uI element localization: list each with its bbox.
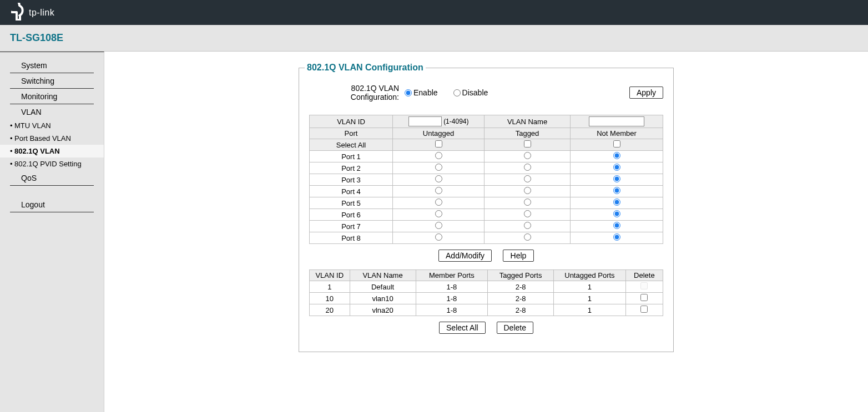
port-row: Port 1 bbox=[310, 151, 663, 162]
nav-monitoring[interactable]: Monitoring bbox=[10, 89, 94, 104]
tagged-cell bbox=[485, 162, 571, 174]
add-modify-button[interactable]: Add/Modify bbox=[438, 250, 492, 262]
nav-8021q-pvid[interactable]: 802.1Q PVID Setting bbox=[0, 157, 104, 170]
nav-vlan[interactable]: VLAN bbox=[10, 104, 94, 119]
nav-logout[interactable]: Logout bbox=[10, 197, 94, 212]
untagged-cell bbox=[393, 174, 485, 186]
enable-option[interactable]: Enable bbox=[405, 88, 438, 97]
port-untagged-radio[interactable] bbox=[435, 175, 442, 182]
add-help-row: Add/Modify Help bbox=[309, 250, 663, 262]
vlan-tagged-cell: 2-8 bbox=[488, 293, 554, 304]
port-untagged-radio[interactable] bbox=[435, 164, 442, 171]
vlan-delete-checkbox[interactable] bbox=[640, 294, 648, 301]
notmember-cell bbox=[571, 151, 663, 162]
port-notmember-radio[interactable] bbox=[613, 199, 620, 206]
tagged-cell bbox=[485, 151, 571, 162]
notmember-cell bbox=[571, 232, 663, 244]
th-vlan-id-input-cell: (1-4094) bbox=[393, 115, 485, 128]
select-all-notmember[interactable] bbox=[613, 140, 620, 147]
vlan-tagged-cell: 2-8 bbox=[488, 304, 554, 316]
notmember-cell bbox=[571, 162, 663, 174]
vlan-name-input[interactable] bbox=[589, 116, 644, 126]
port-row: Port 6 bbox=[310, 209, 663, 221]
disable-radio[interactable] bbox=[453, 89, 461, 96]
th-port: Port bbox=[310, 128, 393, 139]
sa-tagged-cell bbox=[485, 139, 571, 151]
vl-th-delete: Delete bbox=[625, 270, 663, 281]
port-notmember-radio[interactable] bbox=[613, 187, 620, 194]
nav-system[interactable]: System bbox=[10, 58, 94, 73]
sa-untagged-cell bbox=[393, 139, 485, 151]
config-row: 802.1Q VLAN Configuration: Enable Disabl… bbox=[309, 84, 663, 101]
vlan-delete-cell bbox=[625, 293, 663, 304]
tagged-cell bbox=[485, 221, 571, 232]
vlan-name-cell: Default bbox=[350, 281, 416, 293]
enable-radio[interactable] bbox=[405, 89, 412, 96]
delete-button[interactable]: Delete bbox=[497, 322, 533, 334]
port-notmember-radio[interactable] bbox=[613, 222, 620, 229]
vlan-untagged-cell: 1 bbox=[554, 293, 625, 304]
port-untagged-radio[interactable] bbox=[435, 199, 442, 206]
port-tagged-radio[interactable] bbox=[524, 222, 531, 229]
brand-logo: tp-link bbox=[11, 3, 54, 22]
untagged-cell bbox=[393, 186, 485, 197]
disable-option[interactable]: Disable bbox=[453, 88, 488, 97]
port-row: Port 5 bbox=[310, 197, 663, 209]
vl-th-id: VLAN ID bbox=[310, 270, 350, 281]
port-untagged-radio[interactable] bbox=[435, 222, 442, 229]
port-tagged-radio[interactable] bbox=[524, 152, 531, 159]
vlan-untagged-cell: 1 bbox=[554, 281, 625, 293]
port-tagged-radio[interactable] bbox=[524, 175, 531, 182]
tplink-icon bbox=[11, 3, 26, 22]
port-row: Port 3 bbox=[310, 174, 663, 186]
untagged-cell bbox=[393, 221, 485, 232]
port-untagged-radio[interactable] bbox=[435, 233, 442, 241]
port-notmember-radio[interactable] bbox=[613, 152, 620, 159]
notmember-cell bbox=[571, 197, 663, 209]
port-untagged-radio[interactable] bbox=[435, 152, 442, 159]
th-tagged: Tagged bbox=[485, 128, 571, 139]
device-model: TL-SG108E bbox=[10, 32, 63, 44]
port-tagged-radio[interactable] bbox=[524, 199, 531, 206]
nav-8021q-vlan[interactable]: 802.1Q VLAN bbox=[0, 145, 104, 157]
port-notmember-radio[interactable] bbox=[613, 233, 620, 241]
enable-label: Enable bbox=[413, 88, 438, 97]
port-tagged-radio[interactable] bbox=[524, 210, 531, 217]
vlan-member-cell: 1-8 bbox=[416, 293, 487, 304]
port-tagged-radio[interactable] bbox=[524, 187, 531, 194]
nav-qos[interactable]: QoS bbox=[10, 170, 94, 186]
notmember-cell bbox=[571, 209, 663, 221]
port-notmember-radio[interactable] bbox=[613, 175, 620, 182]
select-all-untagged[interactable] bbox=[435, 140, 442, 147]
list-buttons-row: Select All Delete bbox=[309, 322, 663, 334]
port-tagged-radio[interactable] bbox=[524, 164, 531, 171]
vlan-row: 1Default1-82-81 bbox=[310, 281, 663, 293]
select-all-button[interactable]: Select All bbox=[439, 322, 486, 334]
brand-text: tp-link bbox=[29, 8, 54, 18]
apply-button[interactable]: Apply bbox=[629, 87, 663, 99]
port-notmember-radio[interactable] bbox=[613, 164, 620, 171]
notmember-cell bbox=[571, 186, 663, 197]
port-untagged-radio[interactable] bbox=[435, 210, 442, 217]
sa-notmember-cell bbox=[571, 139, 663, 151]
th-untagged: Untagged bbox=[393, 128, 485, 139]
vlan-id-input[interactable] bbox=[408, 116, 442, 126]
nav-switching[interactable]: Switching bbox=[10, 73, 94, 89]
vlan-member-cell: 1-8 bbox=[416, 281, 487, 293]
select-all-tagged[interactable] bbox=[524, 140, 531, 147]
port-label: Port 8 bbox=[310, 232, 393, 244]
port-row: Port 8 bbox=[310, 232, 663, 244]
vlan-row: 10vlan101-82-81 bbox=[310, 293, 663, 304]
vlan-delete-checkbox bbox=[640, 282, 648, 289]
port-untagged-radio[interactable] bbox=[435, 187, 442, 194]
nav-port-based-vlan[interactable]: Port Based VLAN bbox=[0, 132, 104, 145]
vlan-id-cell: 1 bbox=[310, 281, 350, 293]
port-tagged-radio[interactable] bbox=[524, 233, 531, 241]
help-button[interactable]: Help bbox=[503, 250, 534, 262]
vlan-id-range: (1-4094) bbox=[443, 118, 468, 125]
vlan-delete-checkbox[interactable] bbox=[640, 306, 648, 313]
nav-mtu-vlan[interactable]: MTU VLAN bbox=[0, 119, 104, 132]
tagged-cell bbox=[485, 197, 571, 209]
main-content: 802.1Q VLAN Configuration 802.1Q VLAN Co… bbox=[104, 52, 868, 412]
port-notmember-radio[interactable] bbox=[613, 210, 620, 217]
